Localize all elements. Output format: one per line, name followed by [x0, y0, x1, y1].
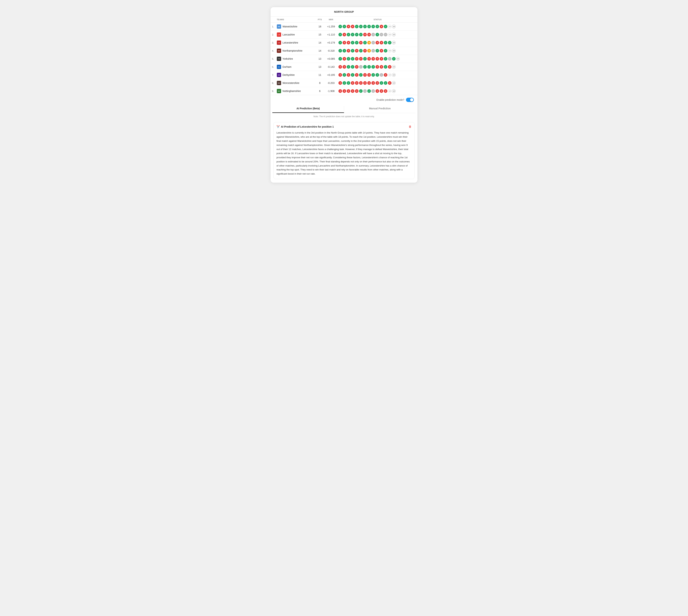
status-icon: ✓: [380, 81, 383, 85]
status-icon: ✕: [338, 73, 342, 77]
team-pts: 15: [315, 31, 324, 39]
status-icon: ✕: [347, 41, 350, 44]
status-icon: ✓: [347, 33, 350, 36]
status-icon: ✕: [355, 49, 358, 52]
standings-table: TEAMS PTS NRR STATUS 1. WA Warwickshire …: [270, 17, 418, 95]
status-icon: 13: [388, 73, 392, 77]
team-status: ✕✓✕✓✕✓✕✕✓✓—✕1314: [338, 71, 418, 79]
magic-icon: ✂️: [276, 125, 280, 128]
prediction-mode-label: Enable prediction mode?: [376, 98, 404, 101]
status-icon: ✕: [380, 57, 383, 61]
status-icon: —: [372, 33, 375, 36]
status-icon: ✕: [338, 89, 342, 93]
status-icon: ✕: [351, 25, 354, 28]
status-icon: ✕: [372, 81, 375, 85]
team-pts: 13: [315, 63, 324, 71]
status-icon: ✕: [359, 57, 363, 61]
status-icon: 13: [388, 89, 392, 93]
delete-ai-card-button[interactable]: 🗑: [409, 125, 412, 128]
status-icon: ✕: [363, 33, 367, 36]
status-icon: 14: [392, 33, 396, 36]
status-icon: —: [372, 49, 375, 52]
status-icon: 14: [392, 49, 396, 52]
status-icon: ✕: [342, 65, 346, 69]
status-icon: ✓: [384, 49, 387, 52]
team-pts: 8: [315, 79, 324, 87]
ai-card-header: ✂️ AI Prediction of Leicestershire for p…: [276, 125, 412, 128]
status-icon: ✕: [388, 81, 392, 85]
status-icon: ✕: [347, 89, 350, 93]
prediction-mode-toggle[interactable]: [406, 98, 414, 102]
status-icon: ✓: [384, 65, 387, 69]
status-icon: —: [388, 57, 392, 61]
status-icon: 14: [392, 25, 396, 28]
team-badge: NO: [277, 89, 281, 93]
team-name: Lancashire: [283, 33, 295, 36]
team-cell: DU Durham: [275, 63, 315, 71]
status-icon: ✓: [367, 25, 371, 28]
status-icon: 13: [388, 25, 392, 28]
table-row: 4. NO Northamptonshire 14-0.318✓✓✕✓✕✓✕★—…: [270, 47, 418, 55]
status-icon: ✕: [342, 89, 346, 93]
team-status: ✕✕✓✓✕—✓✓✓✕✕✓✕14: [338, 63, 418, 71]
status-icon: ✓: [388, 41, 392, 44]
team-pts: 11: [315, 71, 324, 79]
team-badge: LA: [277, 32, 281, 37]
team-badge: DU: [277, 65, 281, 69]
status-icon: ✕: [338, 81, 342, 85]
status-icon: ✕: [380, 65, 383, 69]
status-icon: ✓: [347, 81, 350, 85]
status-icon: ✕: [376, 57, 379, 61]
ai-card-body: Leicestershire is currently in the 3rd p…: [276, 131, 412, 176]
status-icon: —: [372, 89, 375, 93]
status-icon: ✓: [376, 49, 379, 52]
team-name: Leicestershire: [283, 41, 298, 44]
status-icon: ✓: [384, 41, 387, 44]
team-rank: 5.: [270, 55, 275, 63]
table-row: 3. LE Leicestershire 14+0.179✓✕✕✓✓✕✓★—✕✕…: [270, 39, 418, 47]
tab-manual-prediction[interactable]: Manual Prediction: [344, 105, 416, 113]
status-icon: ✓: [347, 65, 350, 69]
team-nrr: +1.110: [324, 31, 338, 39]
status-icon: ✓: [372, 65, 375, 69]
status-icon: ✕: [376, 65, 379, 69]
team-cell: NO Northamptonshire: [275, 47, 315, 55]
ai-prediction-card: ✂️ AI Prediction of Leicestershire for p…: [273, 122, 415, 179]
status-icon: ✓: [342, 73, 346, 77]
status-icon: ✓: [338, 25, 342, 28]
status-icon: ✓: [384, 25, 387, 28]
status-icon: ✓: [372, 73, 375, 77]
status-icon: —: [359, 65, 363, 69]
status-icon: ✕: [367, 57, 371, 61]
table-row: 8. WO Worcestershire 8-0.203✕✓✓✕✕✕✕✕✕✕✓✓…: [270, 79, 418, 87]
status-icon: ✓: [363, 41, 367, 44]
status-icon: ✕: [384, 73, 387, 77]
team-status: ✓✕✓✓✓✓✕✕—✓——1314: [338, 31, 418, 39]
team-rank: 4.: [270, 47, 275, 55]
nrr-col-header: NRR: [324, 17, 338, 23]
status-icon: ✓: [363, 57, 367, 61]
team-pts: 13: [315, 55, 324, 63]
status-icon: ✓: [359, 49, 363, 52]
ai-card-title-text: AI Prediction of Leicestershire for posi…: [281, 125, 334, 128]
table-row: 1. WA Warwickshire 18+1.259✓✓✕✕✓✓✓✓✓✓✕✓1…: [270, 23, 418, 31]
status-icon: ✕: [380, 25, 383, 28]
status-icon: —: [372, 41, 375, 44]
status-icon: ✕: [376, 89, 379, 93]
status-icon: —: [384, 33, 387, 36]
status-icon: 14: [392, 65, 396, 69]
team-cell: DE Derbyshire: [275, 71, 315, 79]
status-icon: ✓: [351, 73, 354, 77]
status-icon: ✓: [351, 57, 354, 61]
status-icon: ✓: [384, 57, 387, 61]
status-icon: ✕: [351, 81, 354, 85]
team-name: Yorkshire: [283, 57, 293, 60]
group-header: NORTH GROUP: [270, 7, 418, 17]
status-icon: ✓: [351, 65, 354, 69]
team-pts: 14: [315, 47, 324, 55]
team-status: ✕✓✓✕✕✕✕✕✕✕✓✓✕14: [338, 79, 418, 87]
status-icon: 14: [392, 73, 396, 77]
status-icon: ✕: [359, 41, 363, 44]
team-status: ✓✓✕✓✕✓✕★—✓✕✓1314: [338, 47, 418, 55]
tab-ai-prediction[interactable]: AI Prediction (Beta): [272, 105, 344, 113]
